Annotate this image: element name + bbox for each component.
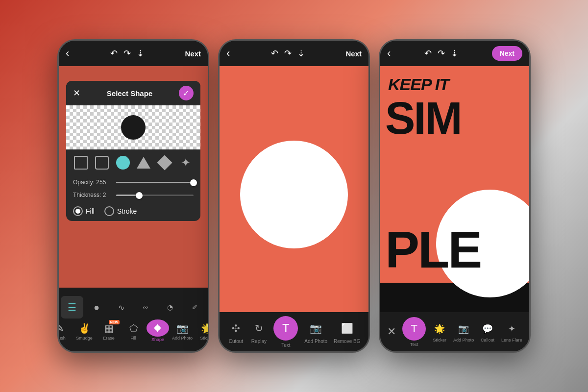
phone3-canvas: KEEP IT SIM PLE: [380, 66, 529, 312]
tool3-add-photo[interactable]: 📷 Add Photo: [453, 321, 474, 343]
opacity-label: Opacity: 255: [73, 179, 112, 186]
phone1-nav-left: ‹: [66, 47, 69, 60]
tool-fill[interactable]: ⬠ Fill: [122, 319, 145, 342]
tool3-sticker[interactable]: 🌟 Sticker: [432, 321, 447, 343]
shape-options: ✦: [66, 149, 200, 176]
opacity-slider[interactable]: [116, 182, 194, 183]
text-label-3: Text: [410, 342, 418, 347]
add-photo-label: Add Photo: [172, 336, 193, 341]
close-icon[interactable]: ✕: [73, 88, 80, 98]
brush-type-3[interactable]: ∿: [110, 296, 132, 318]
lens-flare-label: Lens Flare: [501, 338, 522, 343]
shape-panel-title: Select Shape: [107, 89, 152, 98]
phone3-nav-left: ‹: [387, 47, 391, 60]
brush-type-icon-4: ∾: [139, 300, 152, 314]
brush-type-active[interactable]: ☰: [61, 296, 83, 318]
add-photo-label-3: Add Photo: [453, 338, 474, 343]
canvas-text-line3: PLE: [385, 227, 481, 273]
shape-star[interactable]: ✦: [177, 154, 194, 171]
fill-option[interactable]: Fill: [73, 206, 95, 216]
text-active-icon: T: [273, 316, 298, 341]
next-button-2[interactable]: Next: [345, 49, 362, 58]
phone2-nav-left: ‹: [226, 47, 230, 60]
phone1-canvas: ✕ Select Shape ✓ ✦ Opacity: 255: [59, 66, 208, 288]
download-icon-3[interactable]: ⇣: [451, 48, 458, 59]
brush-type-icon-2: ●: [90, 300, 103, 314]
tool3-text[interactable]: T Text: [402, 317, 426, 347]
add-photo-label-2: Add Photo: [304, 339, 327, 344]
stroke-option[interactable]: Stroke: [104, 206, 137, 216]
phone2-nav-center: ↶ ↷ ⇣: [271, 48, 305, 59]
canvas-circle: [240, 141, 348, 248]
next-button-3[interactable]: Next: [492, 46, 522, 61]
add-photo-icon-3: 📷: [456, 321, 471, 336]
shape-diamond[interactable]: [157, 154, 173, 171]
add-photo-icon: 📷: [175, 321, 189, 335]
phone2-canvas: [220, 66, 368, 312]
phone-2: ‹ ↶ ↷ ⇣ Next ✣ Cutout ↻ Replay T Text 📷 …: [218, 39, 370, 353]
shape-circle[interactable]: [115, 154, 131, 171]
tool2-remove-bg[interactable]: ⬜ Remove BG: [334, 320, 360, 344]
tool-brush[interactable]: ✎ Brush: [57, 319, 71, 342]
phone1-toolbar: ☰ ● ∿ ∾ ◔ ✐ ✎ Brush ✌: [59, 288, 208, 351]
tool2-add-photo[interactable]: 📷 Add Photo: [304, 320, 327, 344]
confirm-button[interactable]: ✓: [179, 86, 194, 100]
redo-icon-3[interactable]: ↷: [438, 48, 445, 59]
phone1-top-bar: ‹ ↶ ↷ ⇣ Next: [59, 41, 208, 66]
thickness-slider[interactable]: [116, 195, 194, 196]
back-icon[interactable]: ‹: [66, 47, 69, 60]
download-icon-2[interactable]: ⇣: [297, 48, 305, 59]
brush-type-icon-6: ✐: [188, 300, 201, 314]
brush-type-icon-1: ☰: [65, 300, 79, 314]
shape-square[interactable]: [73, 154, 89, 171]
tool3-cancel[interactable]: ✕: [387, 325, 396, 338]
brush-type-2[interactable]: ●: [85, 296, 108, 318]
phone-3: ‹ ↶ ↷ ⇣ Next KEEP IT SIM PLE ✕ T Text 🌟 …: [379, 39, 531, 353]
cutout-label: Cutout: [229, 339, 243, 344]
smudge-icon: ✌: [77, 321, 91, 335]
undo-icon[interactable]: ↶: [110, 48, 118, 59]
back-icon-2[interactable]: ‹: [226, 47, 230, 60]
tool2-text[interactable]: T Text: [273, 316, 298, 348]
tool-shape[interactable]: ⯁ Shape: [147, 319, 169, 342]
brush-type-4[interactable]: ∾: [134, 296, 157, 318]
phone3-toolbar: ✕ T Text 🌟 Sticker 📷 Add Photo 💬 Callout…: [380, 312, 529, 351]
tool2-cutout[interactable]: ✣ Cutout: [227, 320, 244, 344]
shape-rounded-rect[interactable]: [94, 154, 110, 171]
tool3-lens-flare[interactable]: ✦ Lens Flare: [501, 321, 522, 343]
new-badge: NEW: [109, 320, 120, 324]
next-button[interactable]: Next: [185, 49, 201, 58]
shape-active-icon: ⯁: [147, 319, 169, 337]
brush-type-6[interactable]: ✐: [183, 296, 206, 318]
cutout-icon: ✣: [227, 320, 244, 337]
download-icon[interactable]: ⇣: [137, 48, 144, 59]
tool-smudge[interactable]: ✌ Smudge: [73, 319, 96, 342]
tool-add-photo[interactable]: 📷 Add Photo: [171, 319, 194, 342]
text-active-icon-3: T: [402, 317, 426, 341]
tool2-replay[interactable]: ↻ Replay: [250, 320, 267, 344]
fill-icon: ⬠: [126, 321, 140, 335]
erase-label: Erase: [103, 336, 115, 341]
back-icon-3[interactable]: ‹: [387, 47, 391, 60]
tool-erase[interactable]: NEW ▦ Erase: [98, 319, 120, 342]
text-label-2: Text: [281, 343, 290, 348]
replay-label: Replay: [251, 339, 267, 344]
brush-type-5[interactable]: ◔: [159, 296, 181, 318]
redo-icon-2[interactable]: ↷: [284, 48, 292, 59]
shape-triangle[interactable]: [136, 154, 152, 171]
undo-icon-3[interactable]: ↶: [424, 48, 432, 59]
canvas-text-line1: KEEP IT: [388, 76, 449, 93]
phone3-nav-center: ↶ ↷ ⇣: [424, 48, 458, 59]
brush-type-icon-5: ◔: [163, 300, 177, 314]
tool-sticker[interactable]: 🌟 Sticker: [196, 319, 209, 342]
remove-bg-label: Remove BG: [334, 339, 360, 344]
redo-icon[interactable]: ↷: [123, 48, 131, 59]
stroke-label: Stroke: [117, 207, 137, 215]
phone-1: ‹ ↶ ↷ ⇣ Next ✕ Select Shape ✓: [57, 39, 209, 353]
tool3-callout[interactable]: 💬 Callout: [480, 321, 495, 343]
sticker-icon-3: 🌟: [432, 321, 447, 336]
sticker-label-3: Sticker: [433, 338, 446, 343]
sticker-icon: 🌟: [200, 321, 209, 335]
brush-type-row: ☰ ● ∿ ∾ ◔ ✐: [61, 296, 206, 318]
undo-icon-2[interactable]: ↶: [271, 48, 278, 59]
